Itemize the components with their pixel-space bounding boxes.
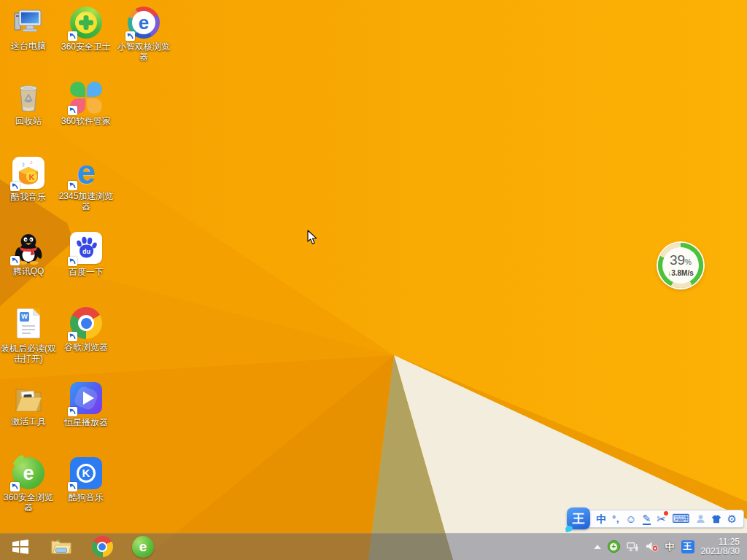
shortcut-arrow-icon (68, 332, 77, 341)
icon-label: 激活工具 (0, 416, 57, 427)
ime-mode-button[interactable]: 中 (596, 514, 606, 524)
chrome-taskbar-button[interactable] (82, 533, 123, 560)
tray-time: 11:25 (701, 537, 740, 547)
chrome-icon (92, 536, 113, 557)
icon-label: 360安全浏览器 (0, 492, 57, 513)
download-percent: 39% (670, 253, 692, 269)
desktop-icon-chrome[interactable]: 谷歌浏览器 (58, 306, 115, 352)
ime-logo-glyph: 王 (573, 510, 585, 527)
hengxing-player-icon (69, 382, 103, 416)
baidu-icon: du (69, 232, 103, 265)
icon-label: 小智双核浏览器 (115, 42, 172, 62)
desktop-icon-xiaozhi-browser[interactable]: e 小智双核浏览器 (115, 6, 172, 62)
windows-desktop: 这台电脑 360安全卫士 e 小智双核浏览器 (0, 0, 747, 560)
icon-label: 360软件管家 (58, 116, 115, 126)
recycle-bin-icon (12, 81, 45, 114)
system-tray: + 中 王 11:25 2021/8/30 (594, 537, 747, 556)
network-icon[interactable] (627, 542, 639, 552)
desktop-icon-this-pc[interactable]: 这台电脑 (0, 6, 57, 51)
desktop-icon-hengxing-player[interactable]: 恒星播放器 (58, 381, 115, 427)
360-safe-guard-icon (69, 7, 103, 40)
icon-label: 这台电脑 (0, 41, 57, 51)
desktop-icon-activation-tool[interactable]: 激活工具 (0, 381, 57, 427)
ime-tray-icon[interactable]: 王 (681, 540, 694, 553)
shortcut-arrow-icon (125, 31, 135, 41)
taskbar: e + 中 王 (0, 533, 747, 560)
virtual-keyboard-icon[interactable]: ⌨ (672, 513, 690, 525)
browser-e-glyph: e (139, 7, 149, 39)
desktop-icon-recycle-bin[interactable]: 回收站 (0, 81, 57, 126)
desktop-icon-kuwo-music[interactable]: K ♪ ♪ 酷我音乐 (0, 156, 57, 202)
icon-label: 酷我音乐 (0, 192, 57, 202)
shortcut-arrow-icon (10, 182, 20, 191)
shortcut-arrow-icon (10, 256, 20, 265)
ime-punctuation-button[interactable]: °, (612, 515, 619, 524)
desktop-icon-readme-doc[interactable]: W 装机后必读(双击打开) (0, 306, 57, 364)
360-browser-icon: e (132, 536, 154, 558)
ime-toolbar: 中 °, ☺ ✎ ✂ ⌨ ⚙ (577, 510, 744, 528)
shortcut-arrow-icon (68, 482, 77, 491)
shortcut-arrow-icon (68, 407, 77, 416)
ime-logo-button[interactable]: 王 (567, 508, 590, 529)
chrome-icon (69, 307, 103, 341)
desktop-icon-360-safe-guard[interactable]: 360安全卫士 (58, 6, 115, 52)
settings-gear-icon[interactable]: ⚙ (727, 513, 737, 524)
windows-logo-icon (11, 537, 30, 556)
icon-label: 360安全卫士 (58, 42, 115, 52)
shortcut-arrow-icon (10, 482, 20, 491)
tray-date: 2021/8/30 (701, 547, 740, 556)
volume-muted-icon[interactable] (646, 541, 659, 552)
icon-label: 酷狗音乐 (58, 492, 115, 502)
desktop-icon-baidu[interactable]: du 百度一下 (58, 231, 115, 277)
svg-text:du: du (82, 248, 90, 255)
emoji-icon[interactable]: ☺ (625, 513, 636, 524)
desktop-icon-tencent-qq[interactable]: 腾讯QQ (0, 231, 57, 276)
download-progress-widget[interactable]: 39% ↓3.8M/s (658, 243, 703, 288)
360-browser-taskbar-button[interactable]: e (123, 533, 163, 560)
mouse-cursor (307, 230, 318, 246)
shortcut-arrow-icon (68, 181, 77, 190)
icon-label: 回收站 (0, 116, 57, 126)
360-browser-icon: e (12, 457, 45, 491)
file-explorer-icon (50, 537, 72, 556)
desktop-icon-360-browser[interactable]: e 360安全浏览器 (0, 456, 57, 513)
icon-label: 2345加速浏览器 (58, 191, 115, 211)
readme-doc-icon: W (12, 308, 45, 342)
desktop-icon-kugou-music[interactable]: K 酷狗音乐 (58, 456, 115, 502)
tray-360-icon[interactable]: + (608, 540, 620, 553)
kuwo-music-icon: K ♪ ♪ (12, 157, 45, 190)
screenshot-scissors-icon[interactable]: ✂ (657, 513, 666, 524)
input-language-indicator[interactable]: 中 (665, 540, 675, 553)
shortcut-arrow-icon (68, 31, 77, 41)
activation-tool-icon (12, 381, 45, 415)
icon-label: 谷歌浏览器 (58, 342, 115, 352)
start-button[interactable] (0, 533, 41, 560)
tencent-qq-icon (12, 231, 45, 265)
show-hidden-icons-button[interactable] (594, 545, 601, 549)
360-software-manager-icon (69, 81, 103, 114)
user-account-icon[interactable] (696, 514, 705, 524)
shortcut-arrow-icon (68, 106, 77, 115)
svg-text:♪: ♪ (30, 159, 33, 166)
desktop-icon-2345-browser[interactable]: e 2345加速浏览器 (58, 156, 115, 211)
2345-browser-icon: e (69, 156, 103, 190)
handwriting-icon[interactable]: ✎ (643, 513, 651, 525)
clock[interactable]: 11:25 2021/8/30 (701, 537, 740, 556)
download-speed: ↓3.8M/s (667, 269, 694, 278)
shortcut-arrow-icon (68, 257, 77, 266)
icon-label: 装机后必读(双击打开) (0, 343, 57, 364)
svg-text:K: K (29, 173, 35, 182)
kugou-music-icon: K (69, 457, 103, 491)
icon-label: 腾讯QQ (0, 266, 57, 276)
icon-label: 百度一下 (58, 267, 115, 277)
xiaozhi-browser-icon: e (127, 7, 160, 40)
svg-text:♪: ♪ (20, 160, 26, 168)
this-pc-icon (12, 6, 45, 39)
file-explorer-button[interactable] (41, 533, 82, 560)
skin-shirt-icon[interactable] (711, 515, 721, 524)
desktop-icon-360-software-manager[interactable]: 360软件管家 (58, 81, 115, 126)
icon-label: 恒星播放器 (58, 417, 115, 427)
w-doc-badge: W (20, 312, 29, 322)
